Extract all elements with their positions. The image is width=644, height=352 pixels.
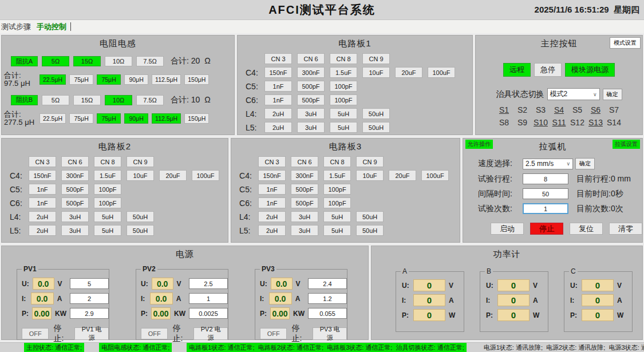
setpoint-input[interactable] bbox=[308, 308, 347, 319]
value-button[interactable]: 1.5uF bbox=[330, 67, 357, 78]
arc-field-input[interactable] bbox=[523, 173, 568, 184]
inductance-button[interactable]: 90μH bbox=[124, 74, 148, 85]
inductance-button[interactable]: 75μH bbox=[97, 74, 121, 85]
value-button[interactable]: 50uH bbox=[356, 225, 384, 236]
value-button[interactable]: 20uF bbox=[395, 67, 422, 78]
value-button[interactable]: 150nF bbox=[29, 170, 56, 181]
value-button[interactable]: 100pF bbox=[94, 197, 121, 208]
value-button[interactable]: 5uH bbox=[323, 225, 351, 236]
tab[interactable]: 手动控制 bbox=[34, 21, 69, 33]
ohm-button[interactable]: 7.5Ω bbox=[136, 95, 164, 105]
arc-button[interactable]: 复位 bbox=[570, 223, 603, 235]
mode-select[interactable]: 模式2 ∨ bbox=[547, 88, 600, 100]
cn-button[interactable]: CN 9 bbox=[356, 156, 384, 167]
ohm-button[interactable]: 7.5Ω bbox=[136, 56, 164, 66]
value-button[interactable]: 150nF bbox=[258, 170, 286, 181]
cn-button[interactable]: CN 8 bbox=[94, 156, 121, 167]
value-button[interactable]: 300nF bbox=[291, 170, 318, 181]
value-button[interactable]: 1nF bbox=[258, 184, 286, 195]
inductance-button[interactable]: 112.5μH bbox=[152, 74, 181, 85]
ohm-button[interactable]: 10Ω bbox=[105, 95, 132, 105]
arc-button[interactable]: 启动 bbox=[491, 223, 524, 235]
value-button[interactable]: 10uF bbox=[127, 170, 154, 181]
cn-button[interactable]: CN 8 bbox=[330, 53, 357, 64]
value-button[interactable]: 300nF bbox=[61, 170, 89, 181]
value-button[interactable]: 3uH bbox=[61, 211, 89, 222]
impedance-name-button[interactable]: 阻抗B bbox=[11, 95, 38, 105]
setpoint-input[interactable] bbox=[189, 308, 228, 319]
inductance-button[interactable]: 150μH bbox=[184, 113, 209, 124]
value-button[interactable]: 5uH bbox=[330, 108, 357, 119]
inductance-button[interactable]: 75μH bbox=[69, 74, 93, 85]
value-button[interactable]: 10uF bbox=[356, 170, 384, 181]
ohm-button[interactable]: 5Ω bbox=[42, 95, 69, 105]
setpoint-input[interactable] bbox=[70, 293, 109, 304]
value-button[interactable]: 50uH bbox=[127, 225, 154, 236]
value-button[interactable]: 100uF bbox=[428, 67, 455, 78]
cn-button[interactable]: CN 6 bbox=[297, 53, 325, 64]
setpoint-input[interactable] bbox=[189, 278, 228, 289]
power-toggle-button[interactable]: PV3 电源 bbox=[313, 327, 347, 340]
value-button[interactable]: 10uF bbox=[362, 67, 390, 78]
value-button[interactable]: 3uH bbox=[291, 225, 318, 236]
value-button[interactable]: 100uF bbox=[421, 170, 449, 181]
impedance-name-button[interactable]: 阻抗A bbox=[11, 56, 38, 66]
cn-button[interactable]: CN 9 bbox=[127, 156, 154, 167]
value-button[interactable]: 2uH bbox=[264, 122, 292, 133]
ohm-button[interactable]: 5Ω bbox=[42, 56, 69, 66]
value-button[interactable]: 1.5uF bbox=[94, 170, 121, 181]
value-button[interactable]: 500pF bbox=[61, 197, 89, 208]
master-button[interactable]: 模块源电源 bbox=[565, 63, 615, 77]
value-button[interactable]: 150nF bbox=[264, 67, 292, 78]
value-button[interactable]: 5uH bbox=[323, 211, 351, 222]
value-button[interactable]: 300nF bbox=[297, 67, 325, 78]
cn-button[interactable]: CN 8 bbox=[323, 156, 351, 167]
value-button[interactable]: 20uF bbox=[389, 170, 416, 181]
value-button[interactable]: 500pF bbox=[297, 94, 325, 105]
ohm-button[interactable]: 15Ω bbox=[73, 95, 101, 105]
value-button[interactable]: 5uH bbox=[94, 211, 121, 222]
cn-button[interactable]: CN 3 bbox=[258, 156, 286, 167]
master-button[interactable]: 急停 bbox=[534, 63, 562, 77]
setpoint-input[interactable] bbox=[308, 278, 347, 289]
value-button[interactable]: 50uH bbox=[362, 122, 390, 133]
value-button[interactable]: 50uH bbox=[356, 211, 384, 222]
value-button[interactable]: 2uH bbox=[258, 225, 286, 236]
value-button[interactable]: 500pF bbox=[297, 81, 325, 92]
value-button[interactable]: 1nF bbox=[264, 81, 292, 92]
inductance-button[interactable]: 90μH bbox=[124, 113, 148, 124]
inductance-button[interactable]: 112.5μH bbox=[152, 113, 181, 124]
cn-button[interactable]: CN 6 bbox=[291, 156, 318, 167]
value-button[interactable]: 2uH bbox=[29, 225, 56, 236]
setpoint-input[interactable] bbox=[70, 278, 109, 289]
value-button[interactable]: 50uH bbox=[127, 211, 154, 222]
value-button[interactable]: 500pF bbox=[61, 184, 89, 195]
arc-button[interactable]: 清零 bbox=[609, 223, 642, 235]
value-button[interactable]: 2uH bbox=[258, 211, 286, 222]
value-button[interactable]: 3uH bbox=[291, 211, 318, 222]
value-button[interactable]: 5uH bbox=[94, 225, 121, 236]
setpoint-input[interactable] bbox=[189, 293, 228, 304]
value-button[interactable]: 500pF bbox=[291, 197, 318, 208]
value-button[interactable]: 500pF bbox=[291, 184, 318, 195]
value-button[interactable]: 3uH bbox=[297, 108, 325, 119]
ohm-button[interactable]: 15Ω bbox=[73, 56, 101, 66]
ohm-button[interactable]: 10Ω bbox=[105, 56, 132, 66]
power-toggle-button[interactable]: PV1 电源 bbox=[74, 327, 109, 340]
cn-button[interactable]: CN 9 bbox=[362, 53, 390, 64]
value-button[interactable]: 100pF bbox=[94, 184, 121, 195]
value-button[interactable]: 3uH bbox=[61, 225, 89, 236]
value-button[interactable]: 1nF bbox=[29, 197, 56, 208]
inductance-button[interactable]: 22.5μH bbox=[39, 113, 66, 124]
arc-field-input[interactable] bbox=[523, 203, 568, 214]
inductance-button[interactable]: 150μH bbox=[184, 74, 209, 85]
inductance-button[interactable]: 75μH bbox=[69, 113, 93, 124]
cn-button[interactable]: CN 3 bbox=[264, 53, 292, 64]
speed-select[interactable]: 2.5 mm/s ∨ bbox=[523, 159, 573, 169]
fixture-confirm-button[interactable]: 确定 bbox=[603, 89, 622, 100]
off-button[interactable]: OFF bbox=[141, 328, 168, 339]
inductance-button[interactable]: 22.5μH bbox=[39, 74, 66, 85]
value-button[interactable]: 100pF bbox=[323, 197, 351, 208]
setpoint-input[interactable] bbox=[70, 308, 109, 319]
mode-settings-button[interactable]: 模式设置 bbox=[610, 37, 641, 49]
